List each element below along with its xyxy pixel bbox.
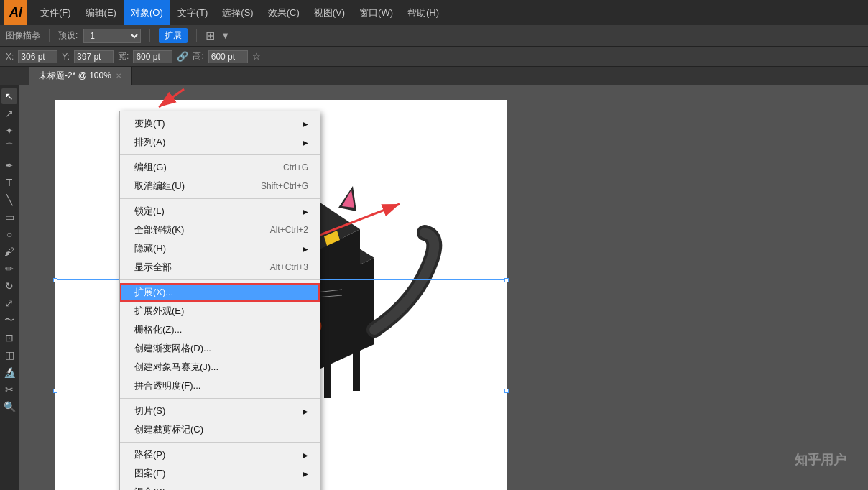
grid-icon[interactable]: ⊞ [206,29,215,42]
tool-brush[interactable]: 🖌 [1,244,17,259]
menu-blend-label: 混合(B) [134,486,165,490]
tool-pencil[interactable]: ✏ [1,261,17,277]
menu-effect[interactable]: 效果(C) [261,0,307,25]
tool-magic-wand[interactable]: ✦ [1,123,17,139]
main-area: ↖ ↗ ✦ ⌒ ✒ T ╲ ▭ ○ 🖌 ✏ ↻ ⤢ 〜 ⊡ ◫ 🔬 ✂ 🔍 [0,85,868,490]
tool-direct-select[interactable]: ↗ [1,106,17,121]
menu-section-6: 路径(P) ▶ 图案(E) ▶ 混合(B) ▶ 封套扭曲(V) ▶ 透视(P) [120,443,320,490]
tool-zoom[interactable]: 🔍 [1,399,17,415]
menu-lock[interactable]: 锁定(L) ▶ [120,202,320,221]
menu-view[interactable]: 视图(V) [307,0,352,25]
watermark: 知乎用户 [795,451,846,468]
menu-crop-marks[interactable]: 创建裁剪标记(C) [120,420,320,439]
menu-pattern-label: 图案(E) [134,467,165,480]
menu-unlock-all-label: 全部解锁(K) [134,223,184,236]
menu-rasterize-label: 栅格化(Z)... [134,323,182,336]
h-input[interactable] [208,50,248,63]
menu-mosaic[interactable]: 创建对象马赛克(J)... [120,358,320,376]
menu-expand-appearance[interactable]: 扩展外观(E) [120,302,320,320]
menu-gradient-mesh[interactable]: 创建渐变网格(D)... [120,339,320,358]
menu-help[interactable]: 帮助(H) [400,0,446,25]
menu-section-3: 锁定(L) ▶ 全部解锁(K) Alt+Ctrl+2 隐藏(H) ▶ 显示全部 … [120,199,320,280]
menu-rasterize[interactable]: 栅格化(Z)... [120,320,320,339]
tool-rotate[interactable]: ↻ [1,278,17,294]
tab-bar: 未标题-2* @ 100% ✕ [0,67,868,85]
menu-transform-arrow: ▶ [303,120,308,128]
tab-close-icon[interactable]: ✕ [116,72,121,80]
menu-file[interactable]: 文件(F) [33,0,78,25]
menu-unlock-all[interactable]: 全部解锁(K) Alt+Ctrl+2 [120,221,320,239]
tab-document[interactable]: 未标题-2* @ 100% ✕ [29,67,132,85]
options-bar: X: Y: 宽: 🔗 高: ☆ [0,47,868,67]
menu-group-shortcut: Ctrl+G [283,162,308,172]
tool-type[interactable]: T [1,175,17,190]
lock-proportions-icon[interactable]: 🔗 [177,51,188,62]
menu-arrange[interactable]: 排列(A) ▶ [120,133,320,152]
menu-flatten-label: 拼合透明度(F)... [134,379,200,392]
tool-gradient[interactable]: ◫ [1,347,17,363]
tool-free-transform[interactable]: ⊡ [1,330,17,346]
toolbar2-sep3 [196,29,197,42]
toolbar2-sep2 [149,29,150,42]
menu-group[interactable]: 编组(G) Ctrl+G [120,158,320,177]
menu-unlock-shortcut: Alt+Ctrl+2 [270,225,308,235]
canvas-area: 变换(T) ▶ 排列(A) ▶ 编组(G) Ctrl+G 取消编组(U) Shi… [19,85,868,490]
svg-marker-19 [353,351,360,391]
menu-slices[interactable]: 切片(S) ▶ [120,402,320,420]
menu-expand-appearance-label: 扩展外观(E) [134,305,184,318]
menu-lock-label: 锁定(L) [134,205,165,218]
w-input[interactable] [133,50,172,63]
menu-ungroup[interactable]: 取消编组(U) Shift+Ctrl+G [120,177,320,195]
toolbar2-label: 图像描摹 [6,29,40,42]
y-label: Y: [62,52,70,62]
menu-transform-label: 变换(T) [134,117,165,130]
tool-eyedropper[interactable]: 🔬 [1,364,17,380]
dropdown-icon[interactable]: ▼ [221,30,230,41]
tool-rect[interactable]: ▭ [1,209,17,225]
menu-window[interactable]: 窗口(W) [352,0,400,25]
menu-expand[interactable]: 扩展(X)... [120,283,320,302]
toolbar2-separator [49,29,50,42]
menu-slices-label: 切片(S) [134,405,165,417]
x-label: X: [6,52,14,62]
tool-pen[interactable]: ✒ [1,157,17,173]
tool-scissors[interactable]: ✂ [1,382,17,397]
menu-flatten[interactable]: 拼合透明度(F)... [120,376,320,395]
menu-slices-arrow: ▶ [303,407,308,415]
tool-scale[interactable]: ⤢ [1,295,17,311]
menu-blend[interactable]: 混合(B) ▶ [120,483,320,490]
menu-hide[interactable]: 隐藏(H) ▶ [120,239,320,258]
menu-section-1: 变换(T) ▶ 排列(A) ▶ [120,111,320,155]
menu-text[interactable]: 文字(T) [170,0,216,25]
menu-arrange-label: 排列(A) [134,136,165,149]
menu-group-label: 编组(G) [134,161,167,174]
menu-transform[interactable]: 变换(T) ▶ [120,114,320,133]
menu-section-5: 切片(S) ▶ 创建裁剪标记(C) [120,399,320,443]
x-input[interactable] [18,50,57,63]
w-label: 宽: [118,50,129,63]
menu-ungroup-shortcut: Shift+Ctrl+G [261,181,308,191]
tool-ellipse[interactable]: ○ [1,226,17,242]
toolbox: ↖ ↗ ✦ ⌒ ✒ T ╲ ▭ ○ 🖌 ✏ ↻ ⤢ 〜 ⊡ ◫ 🔬 ✂ 🔍 [0,85,19,490]
menu-lock-arrow: ▶ [303,208,308,216]
y-input[interactable] [74,50,114,63]
menu-path[interactable]: 路径(P) ▶ [120,445,320,464]
menu-edit[interactable]: 编辑(E) [78,0,124,25]
tool-arrow[interactable]: ↖ [1,88,17,104]
toolbar2: 图像描摹 预设: 1 扩展 ⊞ ▼ [0,25,868,47]
menu-path-label: 路径(P) [134,448,165,461]
menu-object[interactable]: 对象(O) [124,0,170,25]
expand-button[interactable]: 扩展 [159,28,188,43]
tool-warp[interactable]: 〜 [1,313,17,328]
menu-gradient-mesh-label: 创建渐变网格(D)... [134,342,211,355]
menu-show-all-shortcut: Alt+Ctrl+3 [270,262,308,272]
tool-lasso[interactable]: ⌒ [1,140,17,156]
menu-show-all-label: 显示全部 [134,261,172,274]
preset-select[interactable]: 1 [83,29,141,43]
tool-line[interactable]: ╲ [1,192,17,208]
app-logo: Ai [4,0,27,25]
menu-show-all[interactable]: 显示全部 Alt+Ctrl+3 [120,258,320,277]
options-icon[interactable]: ☆ [252,51,261,62]
menu-pattern[interactable]: 图案(E) ▶ [120,464,320,483]
menu-select[interactable]: 选择(S) [215,0,260,25]
